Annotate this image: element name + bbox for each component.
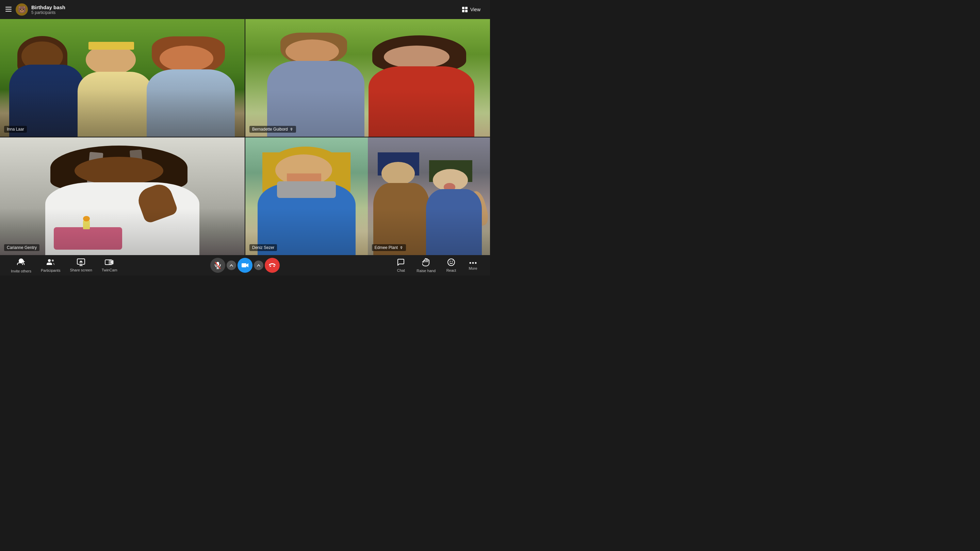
svg-rect-1 [5, 9, 11, 10]
twincam-button[interactable]: TwinCam [98, 256, 121, 274]
toolbar-right: Chat Raise hand [391, 256, 483, 275]
grid-icon [462, 7, 468, 12]
chat-icon [397, 258, 405, 267]
mic-control-group [210, 258, 236, 273]
avatar: 🐻 [16, 3, 28, 16]
svg-rect-10 [242, 263, 247, 267]
toolbar-left: Invite others Participants [7, 256, 121, 275]
svg-point-3 [48, 259, 51, 262]
name-label-4: Deniz Sezer [250, 244, 277, 251]
more-icon [469, 260, 477, 265]
participants-button[interactable]: Participants [37, 256, 64, 275]
svg-rect-2 [5, 11, 11, 11]
video-cell-1: Inna Laar [0, 19, 245, 137]
share-screen-icon [77, 259, 85, 267]
raise-hand-button[interactable]: Raise hand [412, 256, 440, 275]
cam-arrow-button[interactable] [254, 260, 263, 270]
react-button[interactable]: React [441, 256, 461, 275]
meeting-title: Birthday bash [31, 5, 65, 10]
share-screen-button[interactable]: Share screen [66, 256, 96, 274]
participant-name-1: Inna Laar [7, 127, 24, 132]
name-label-3: Carianne Gentry [4, 244, 40, 251]
participants-icon [46, 258, 55, 267]
name-label-2: Bernadette Guibord 🎙 [250, 126, 296, 133]
svg-point-15 [472, 262, 474, 264]
name-label-5: Edmee Plant 🎙 [372, 244, 406, 251]
menu-icon[interactable] [5, 6, 11, 13]
participants-label: Participants [41, 268, 60, 272]
video-cell-5-inner: Edmee Plant 🎙 [368, 137, 490, 255]
raise-hand-icon [422, 258, 430, 268]
participant-name-3: Carianne Gentry [7, 245, 37, 250]
video-grid: Inna Laar Bernadette Guibord 🎙 [0, 19, 490, 255]
meeting-subtitle: 5 participants [31, 10, 65, 15]
invite-others-button[interactable]: Invite others [7, 256, 35, 275]
twincam-label: TwinCam [102, 268, 118, 272]
react-label: React [447, 268, 456, 272]
svg-point-13 [452, 261, 453, 262]
toolbar: Invite others Participants [0, 255, 490, 275]
view-label: View [470, 7, 480, 12]
svg-point-4 [52, 259, 54, 262]
invite-others-label: Invite others [11, 269, 31, 273]
more-button[interactable]: More [463, 258, 483, 272]
cam-toggle-button[interactable] [237, 258, 253, 273]
share-screen-label: Share screen [70, 268, 92, 272]
invite-icon [17, 258, 25, 268]
end-call-button[interactable] [265, 258, 280, 273]
mic-mute-button[interactable] [210, 258, 225, 273]
more-label: More [469, 266, 477, 270]
video-cell-4: Deniz Sezer [245, 137, 490, 255]
participant-name-2: Bernadette Guibord [252, 127, 288, 132]
mic-icon-5: 🎙 [399, 246, 403, 250]
view-button[interactable]: View [458, 5, 485, 14]
mic-icon-2: 🎙 [290, 127, 293, 131]
meeting-info: Birthday bash 5 participants [31, 5, 65, 15]
raise-hand-label: Raise hand [417, 269, 436, 273]
mic-arrow-button[interactable] [227, 260, 236, 270]
toolbar-center [210, 258, 280, 273]
video-cell-4-inner: Deniz Sezer [245, 137, 368, 255]
name-label-1: Inna Laar [4, 126, 27, 133]
video-cell-2: Bernadette Guibord 🎙 [245, 19, 490, 137]
header: 🐻 Birthday bash 5 participants View [0, 0, 490, 19]
cam-control-group [237, 258, 263, 273]
participant-name-4: Deniz Sezer [252, 245, 274, 250]
svg-rect-0 [5, 7, 11, 8]
twincam-icon [105, 259, 115, 267]
chat-button[interactable]: Chat [391, 256, 411, 275]
video-cell-3: Carianne Gentry [0, 137, 245, 255]
participant-name-5: Edmee Plant [375, 245, 398, 250]
react-icon [447, 258, 455, 267]
svg-point-16 [475, 262, 477, 264]
svg-rect-6 [105, 260, 111, 265]
chat-label: Chat [397, 268, 405, 272]
svg-point-12 [450, 261, 451, 262]
svg-point-14 [469, 262, 471, 264]
